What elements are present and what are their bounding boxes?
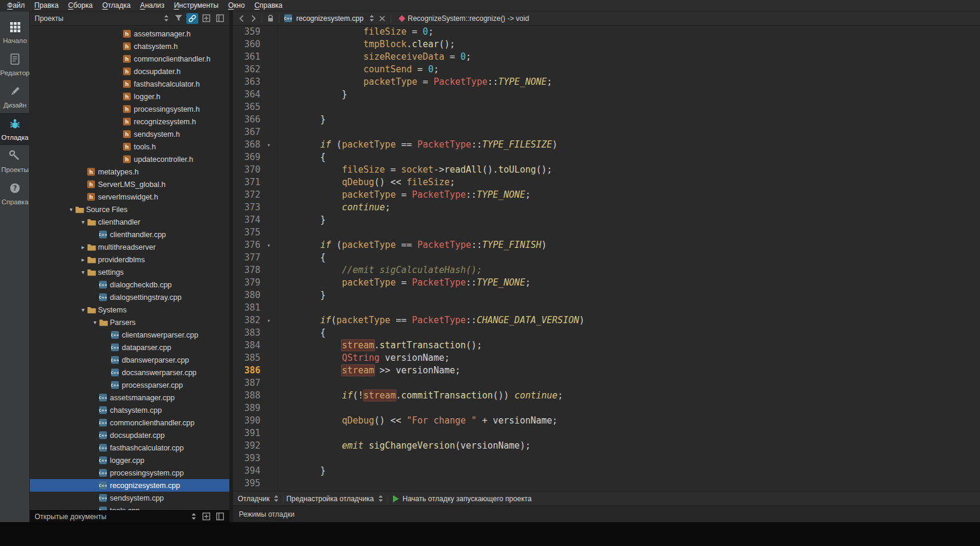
tree-item[interactable]: C++commonclienthandler.cpp	[30, 416, 229, 429]
menu-item[interactable]: Сборка	[63, 0, 97, 11]
tree-item-label: docsupdater.h	[134, 68, 181, 76]
code-line-row: 383 {	[233, 327, 980, 339]
tree-item[interactable]: ▸multithreadserver	[30, 241, 229, 253]
line-number: 361	[233, 51, 264, 63]
tree-item[interactable]: C++clienthandler.cpp	[30, 228, 229, 241]
svg-text:?: ?	[13, 184, 17, 192]
tree-item[interactable]: C++docsupdater.cpp	[30, 429, 229, 441]
tree-item[interactable]: C++fasthashcalculator.cpp	[30, 441, 229, 454]
mode-item-projects[interactable]: Проекты	[0, 145, 30, 177]
tree-item[interactable]: C++clientanswerparser.cpp	[30, 329, 229, 341]
tree-item[interactable]: hServerLMS_global.h	[30, 178, 229, 191]
symbol-dropdown[interactable]: RecognizeSystem::recognize() -> void	[408, 14, 529, 23]
code-line: {	[274, 251, 325, 264]
tree-item[interactable]: C++processingsystem.cpp	[30, 467, 229, 479]
tree-item[interactable]: htools.h	[30, 140, 229, 153]
code-line-row: 381	[233, 302, 980, 314]
tree-item[interactable]: hfasthashcalculator.h	[30, 78, 229, 90]
tree-item[interactable]: C++docsanswerparser.cpp	[30, 366, 229, 379]
fold-marker[interactable]: ▾	[264, 139, 274, 151]
tree-item[interactable]: ▾clienthandler	[30, 216, 229, 228]
tree-item[interactable]: hlogger.h	[30, 90, 229, 103]
code-editor[interactable]: 359 fileSize = 0;360 tmpBlock.clear();36…	[233, 26, 980, 491]
combobox-arrows-icon[interactable]	[370, 15, 374, 22]
menu-item[interactable]: Отладка	[97, 0, 135, 11]
tree-item[interactable]: C++logger.cpp	[30, 454, 229, 467]
tree-item[interactable]: hserverlmswidget.h	[30, 191, 229, 203]
chevron-collapsed-icon[interactable]: ▸	[79, 244, 87, 250]
debugger-preset-combobox[interactable]: Преднастройка отладчика	[286, 495, 374, 503]
tree-item[interactable]: ▾Source Files	[30, 203, 229, 216]
chevron-expanded-icon[interactable]: ▾	[91, 319, 99, 326]
tree-item-label: logger.cpp	[110, 456, 145, 465]
split-button[interactable]	[200, 511, 212, 522]
mode-item-debug[interactable]: Отладка	[0, 113, 30, 145]
tree-item[interactable]: hchatsystem.h	[30, 40, 229, 53]
tree-item[interactable]: hrecognizesystem.h	[30, 115, 229, 128]
mode-item-label: Проекты	[1, 166, 29, 173]
code-line-row: 362 countSend = 0;	[233, 63, 980, 76]
tree-item[interactable]: hupdatecontroller.h	[30, 153, 229, 165]
tree-item[interactable]: hcommonclienthandler.h	[30, 53, 229, 65]
split-button[interactable]	[200, 13, 212, 24]
menu-item[interactable]: Правка	[30, 0, 64, 11]
document-dropdown[interactable]: recognizesystem.cpp	[296, 14, 364, 23]
tree-item[interactable]: C++tools.cpp	[30, 504, 229, 510]
tree-item[interactable]: C++dialogsettingstray.cpp	[30, 291, 229, 303]
fold-column	[264, 114, 274, 126]
chevron-expanded-icon[interactable]: ▾	[67, 206, 75, 213]
menu-item[interactable]: Анализ	[136, 0, 170, 11]
code-line-row: 389	[233, 402, 980, 415]
start-debug-button[interactable]: Начать отладку запускающего проекта	[403, 495, 532, 503]
close-icon	[379, 16, 385, 22]
tree-item[interactable]: ▾Parsers	[30, 316, 229, 329]
tree-item[interactable]: ▸providerdblms	[30, 253, 229, 266]
chevron-collapsed-icon[interactable]: ▸	[79, 256, 87, 263]
sync-with-editor-button[interactable]	[186, 13, 198, 24]
cpp-file-icon: C++	[99, 481, 109, 489]
panel-kind-combobox[interactable]: Проекты	[35, 14, 171, 23]
line-number: 387	[233, 377, 264, 389]
mode-item-help[interactable]: ?Справка	[0, 177, 30, 210]
chevron-expanded-icon[interactable]: ▾	[79, 219, 87, 225]
mode-item-home[interactable]: Начало	[0, 16, 30, 48]
chevron-expanded-icon[interactable]: ▾	[79, 269, 87, 275]
tree-item-label: multithreadserver	[98, 243, 156, 251]
combobox-arrows-icon[interactable]	[192, 513, 196, 520]
close-panel-button[interactable]	[214, 13, 226, 24]
mode-item-edit[interactable]: Редактор	[0, 48, 30, 81]
tree-item[interactable]: hsendsystem.h	[30, 128, 229, 140]
fold-marker[interactable]: ▾	[264, 239, 274, 251]
code-line: countSend = 0;	[274, 63, 439, 76]
menu-item[interactable]: Файл	[2, 0, 30, 11]
tree-item[interactable]: hmetatypes.h	[30, 165, 229, 178]
tree-item[interactable]: C++assetsmanager.cpp	[30, 391, 229, 404]
tree-item[interactable]: C++recognizesystem.cpp	[30, 479, 229, 492]
code-line: }	[274, 465, 325, 477]
menu-item[interactable]: Справка	[250, 0, 287, 11]
filter-button[interactable]	[173, 13, 185, 24]
tree-item[interactable]: hdocsupdater.h	[30, 65, 229, 78]
back-button[interactable]	[235, 12, 247, 25]
svg-text:h: h	[125, 94, 128, 100]
chevron-expanded-icon[interactable]: ▾	[79, 306, 87, 313]
tree-item[interactable]: ▾Systems	[30, 303, 229, 316]
menu-item[interactable]: Инструменты	[169, 0, 223, 11]
tree-item[interactable]: C++dialogcheckdb.cpp	[30, 278, 229, 291]
tree-item[interactable]: hassetsmanager.h	[30, 27, 229, 40]
tree-item[interactable]: C++dataparser.cpp	[30, 341, 229, 354]
tree-item[interactable]: hprocessingsystem.h	[30, 103, 229, 115]
tree-item[interactable]: C++chatsystem.cpp	[30, 404, 229, 416]
tree-item[interactable]: C++processparser.cpp	[30, 379, 229, 391]
close-panel-button[interactable]	[214, 511, 226, 522]
tree-item[interactable]: ▾settings	[30, 266, 229, 278]
fold-column	[264, 440, 274, 452]
tree-item[interactable]: C++sendsystem.cpp	[30, 492, 229, 504]
fold-marker[interactable]: ▾	[264, 314, 274, 327]
menu-item[interactable]: Окно	[223, 0, 250, 11]
tree-item[interactable]: C++dbanswerparser.cpp	[30, 354, 229, 366]
forward-button[interactable]	[247, 12, 259, 25]
close-document-button[interactable]	[376, 12, 388, 25]
debugger-combobox[interactable]: Отладчик	[238, 495, 269, 503]
mode-item-design[interactable]: Дизайн	[0, 81, 30, 113]
